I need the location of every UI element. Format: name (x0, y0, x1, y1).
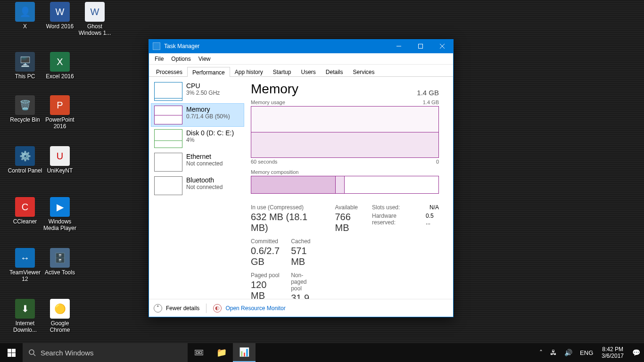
close-button[interactable] (431, 39, 453, 53)
menubar: File Options View (149, 53, 453, 65)
stat-slots-value: N/A (429, 204, 439, 211)
menu-file[interactable]: File (151, 55, 167, 63)
search-input[interactable]: Search Windows (23, 343, 188, 362)
task-view-button[interactable] (188, 343, 210, 362)
chevron-up-icon: ˄ (539, 349, 543, 356)
perf-main: Memory 1.4 GB Memory usage 1.4 GB 60 sec… (246, 77, 453, 299)
svg-rect-8 (199, 352, 202, 354)
system-tray: ˄ 🖧 🔊 ENG 8:42 PM 3/6/2017 💬 (536, 343, 644, 362)
close-icon (440, 44, 445, 49)
search-icon (28, 349, 36, 356)
desktop-icon-excel[interactable]: XExcel 2016 (42, 52, 77, 80)
desktop-icon-ghost-windows[interactable]: WGhost Windows 1... (77, 2, 112, 37)
desktop-icon-this-pc[interactable]: 🖥️This PC (8, 52, 42, 80)
bluetooth-sub: Not connected (186, 184, 223, 190)
tab-startup[interactable]: Startup (268, 66, 297, 76)
desktop-icon-recycle-bin[interactable]: 🗑️Recycle Bin (8, 95, 42, 123)
bluetooth-title: Bluetooth (186, 176, 223, 184)
resmon-icon: ◐ (213, 304, 222, 313)
svg-rect-7 (196, 352, 198, 354)
open-resmon-link[interactable]: Open Resource Monitor (225, 305, 285, 312)
cpu-thumb-icon (154, 82, 182, 101)
desktop-icon-ccleaner[interactable]: CCCleaner (8, 197, 42, 225)
menu-options[interactable]: Options (167, 55, 194, 63)
perf-item-cpu[interactable]: CPU3% 2.50 GHz (151, 80, 244, 103)
stat-committed-label: Committed (251, 238, 280, 245)
chart-label-right: 1.4 GB (423, 99, 439, 105)
desktop-icon-wmp[interactable]: ▶Windows Media Player (42, 197, 77, 232)
desktop-icon-unikey[interactable]: UUniKeyNT (42, 146, 77, 174)
tray-time: 8:42 PM (602, 346, 624, 353)
network-icon: 🖧 (550, 349, 557, 356)
app-icon (153, 42, 160, 50)
perf-item-bluetooth[interactable]: BluetoothNot connected (151, 174, 244, 197)
footer: ˄ Fewer details ◐ Open Resource Monitor (149, 299, 453, 317)
stat-paged-label: Paged pool (251, 272, 280, 279)
menu-view[interactable]: View (195, 55, 215, 63)
tab-performance[interactable]: Performance (187, 67, 230, 77)
desktop-icon-word[interactable]: WWord 2016 (42, 2, 77, 30)
fewer-details-link[interactable]: Fewer details (166, 305, 199, 312)
titlebar[interactable]: Task Manager (149, 39, 453, 53)
chart-label-left: Memory usage (251, 99, 285, 105)
stat-inuse-label: In use (Compressed) (251, 204, 316, 211)
taskbar: Search Windows 📁 📊 ˄ 🖧 🔊 ENG 8:42 PM 3/6… (0, 343, 644, 362)
cpu-sub: 3% 2.50 GHz (186, 90, 220, 96)
start-button[interactable] (0, 343, 23, 362)
stat-hw-value: 0.5 ... (426, 213, 439, 226)
desktop-icon-powerpoint[interactable]: PPowerPoint 2016 (42, 95, 77, 130)
memory-composition-chart (251, 176, 439, 194)
stat-cached-value: 571 MB (291, 246, 316, 267)
tray-network-icon[interactable]: 🖧 (546, 343, 561, 362)
taskbar-item-explorer[interactable]: 📁 (210, 343, 233, 362)
memory-sub: 0.7/1.4 GB (50%) (186, 113, 230, 120)
content: CPU3% 2.50 GHz Memory0.7/1.4 GB (50%) Di… (149, 77, 453, 299)
desktop-icon-active-tools[interactable]: 🗄️Active Tools (42, 248, 77, 276)
tray-expand-button[interactable]: ˄ (536, 343, 546, 362)
ethernet-sub: Not connected (186, 160, 223, 167)
tray-volume-icon[interactable]: 🔊 (561, 343, 576, 362)
chart-x-left: 60 seconds (251, 159, 277, 165)
chevron-up-icon[interactable]: ˄ (154, 304, 162, 313)
tray-language[interactable]: ENG (576, 343, 597, 362)
tab-app-history[interactable]: App history (230, 66, 268, 76)
stat-committed-value: 0.6/2.7 GB (251, 246, 280, 267)
composition-label: Memory composition (251, 169, 439, 175)
tab-processes[interactable]: Processes (151, 66, 188, 76)
desktop-icon-idm[interactable]: ⬇Internet Downlo... (8, 299, 42, 334)
cpu-title: CPU (186, 82, 220, 90)
svg-point-4 (29, 350, 34, 354)
notification-icon: 💬 (632, 349, 640, 356)
memory-title: Memory (186, 106, 230, 113)
stat-cached-label: Cached (291, 238, 316, 245)
desktop-icon-x[interactable]: 👤X (8, 2, 42, 30)
stat-slots-label: Slots used: (372, 204, 424, 211)
tray-action-center[interactable]: 💬 (628, 343, 644, 362)
desktop-icon-teamviewer[interactable]: ↔TeamViewer 12 (8, 248, 42, 283)
task-view-icon (195, 349, 203, 356)
perf-heading: Memory (251, 82, 298, 97)
perf-item-disk[interactable]: Disk 0 (D: C: E:)4% (151, 127, 244, 150)
tab-details[interactable]: Details (321, 66, 348, 76)
minimize-icon (396, 44, 401, 49)
maximize-button[interactable] (410, 39, 431, 53)
taskmgr-icon: 📊 (239, 347, 249, 357)
ethernet-thumb-icon (154, 153, 182, 172)
stat-nonpaged-value: 31.9 MB (291, 293, 316, 299)
desktop-icon-control-panel[interactable]: ⚙️Control Panel (8, 146, 42, 174)
memory-usage-chart (251, 106, 439, 158)
stat-inuse-value: 632 MB (18.1 MB) (251, 212, 316, 233)
stat-paged-value: 120 MB (251, 280, 280, 299)
svg-rect-1 (419, 44, 423, 49)
window-title: Task Manager (164, 43, 388, 49)
tabstrip: Processes Performance App history Startu… (149, 65, 453, 77)
tab-services[interactable]: Services (348, 66, 380, 76)
desktop-icon-chrome[interactable]: 🟡Google Chrome (42, 299, 77, 334)
tab-users[interactable]: Users (296, 66, 321, 76)
stat-available-value: 766 MB (335, 212, 358, 233)
tray-clock[interactable]: 8:42 PM 3/6/2017 (597, 346, 628, 360)
perf-item-ethernet[interactable]: EthernetNot connected (151, 150, 244, 174)
taskbar-item-task-manager[interactable]: 📊 (233, 343, 256, 362)
minimize-button[interactable] (388, 39, 410, 53)
perf-item-memory[interactable]: Memory0.7/1.4 GB (50%) (151, 103, 244, 127)
